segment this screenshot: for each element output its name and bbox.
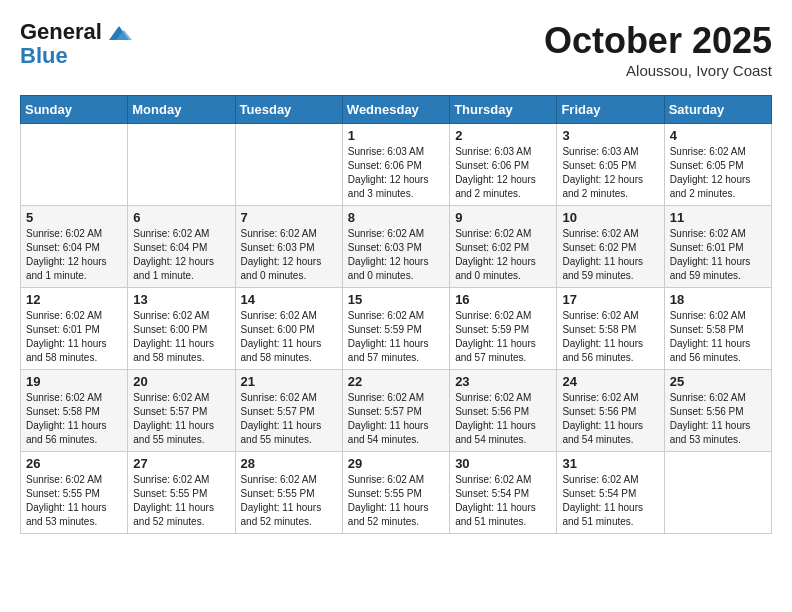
day-number: 29 bbox=[348, 456, 444, 471]
day-number: 16 bbox=[455, 292, 551, 307]
calendar-cell: 17Sunrise: 6:02 AM Sunset: 5:58 PM Dayli… bbox=[557, 288, 664, 370]
day-number: 26 bbox=[26, 456, 122, 471]
day-info: Sunrise: 6:02 AM Sunset: 6:04 PM Dayligh… bbox=[26, 227, 122, 283]
calendar-cell: 7Sunrise: 6:02 AM Sunset: 6:03 PM Daylig… bbox=[235, 206, 342, 288]
day-number: 11 bbox=[670, 210, 766, 225]
day-number: 17 bbox=[562, 292, 658, 307]
calendar-cell: 8Sunrise: 6:02 AM Sunset: 6:03 PM Daylig… bbox=[342, 206, 449, 288]
calendar-cell: 3Sunrise: 6:03 AM Sunset: 6:05 PM Daylig… bbox=[557, 124, 664, 206]
day-info: Sunrise: 6:02 AM Sunset: 5:56 PM Dayligh… bbox=[562, 391, 658, 447]
day-number: 4 bbox=[670, 128, 766, 143]
day-number: 21 bbox=[241, 374, 337, 389]
calendar-cell: 25Sunrise: 6:02 AM Sunset: 5:56 PM Dayli… bbox=[664, 370, 771, 452]
day-info: Sunrise: 6:02 AM Sunset: 5:55 PM Dayligh… bbox=[348, 473, 444, 529]
day-number: 2 bbox=[455, 128, 551, 143]
day-number: 7 bbox=[241, 210, 337, 225]
day-header-wednesday: Wednesday bbox=[342, 96, 449, 124]
day-number: 22 bbox=[348, 374, 444, 389]
day-header-friday: Friday bbox=[557, 96, 664, 124]
day-number: 15 bbox=[348, 292, 444, 307]
day-number: 20 bbox=[133, 374, 229, 389]
calendar-cell: 18Sunrise: 6:02 AM Sunset: 5:58 PM Dayli… bbox=[664, 288, 771, 370]
calendar-table: SundayMondayTuesdayWednesdayThursdayFrid… bbox=[20, 95, 772, 534]
day-info: Sunrise: 6:02 AM Sunset: 6:03 PM Dayligh… bbox=[348, 227, 444, 283]
day-number: 30 bbox=[455, 456, 551, 471]
calendar-week-5: 26Sunrise: 6:02 AM Sunset: 5:55 PM Dayli… bbox=[21, 452, 772, 534]
day-number: 24 bbox=[562, 374, 658, 389]
day-number: 18 bbox=[670, 292, 766, 307]
day-info: Sunrise: 6:02 AM Sunset: 5:57 PM Dayligh… bbox=[241, 391, 337, 447]
day-number: 6 bbox=[133, 210, 229, 225]
calendar-week-2: 5Sunrise: 6:02 AM Sunset: 6:04 PM Daylig… bbox=[21, 206, 772, 288]
calendar-cell: 23Sunrise: 6:02 AM Sunset: 5:56 PM Dayli… bbox=[450, 370, 557, 452]
day-info: Sunrise: 6:02 AM Sunset: 6:05 PM Dayligh… bbox=[670, 145, 766, 201]
day-header-monday: Monday bbox=[128, 96, 235, 124]
day-info: Sunrise: 6:02 AM Sunset: 5:58 PM Dayligh… bbox=[562, 309, 658, 365]
calendar-cell: 1Sunrise: 6:03 AM Sunset: 6:06 PM Daylig… bbox=[342, 124, 449, 206]
calendar-cell: 30Sunrise: 6:02 AM Sunset: 5:54 PM Dayli… bbox=[450, 452, 557, 534]
calendar-cell: 9Sunrise: 6:02 AM Sunset: 6:02 PM Daylig… bbox=[450, 206, 557, 288]
day-number: 9 bbox=[455, 210, 551, 225]
day-info: Sunrise: 6:02 AM Sunset: 5:55 PM Dayligh… bbox=[241, 473, 337, 529]
calendar-week-3: 12Sunrise: 6:02 AM Sunset: 6:01 PM Dayli… bbox=[21, 288, 772, 370]
calendar-cell: 12Sunrise: 6:02 AM Sunset: 6:01 PM Dayli… bbox=[21, 288, 128, 370]
day-number: 1 bbox=[348, 128, 444, 143]
day-number: 23 bbox=[455, 374, 551, 389]
calendar-week-4: 19Sunrise: 6:02 AM Sunset: 5:58 PM Dayli… bbox=[21, 370, 772, 452]
day-number: 5 bbox=[26, 210, 122, 225]
calendar-cell: 27Sunrise: 6:02 AM Sunset: 5:55 PM Dayli… bbox=[128, 452, 235, 534]
calendar-cell: 14Sunrise: 6:02 AM Sunset: 6:00 PM Dayli… bbox=[235, 288, 342, 370]
calendar-week-1: 1Sunrise: 6:03 AM Sunset: 6:06 PM Daylig… bbox=[21, 124, 772, 206]
day-number: 31 bbox=[562, 456, 658, 471]
day-number: 13 bbox=[133, 292, 229, 307]
title-block: October 2025 Aloussou, Ivory Coast bbox=[544, 20, 772, 79]
day-info: Sunrise: 6:02 AM Sunset: 5:57 PM Dayligh… bbox=[133, 391, 229, 447]
calendar-cell: 28Sunrise: 6:02 AM Sunset: 5:55 PM Dayli… bbox=[235, 452, 342, 534]
day-info: Sunrise: 6:02 AM Sunset: 5:58 PM Dayligh… bbox=[670, 309, 766, 365]
day-info: Sunrise: 6:02 AM Sunset: 5:59 PM Dayligh… bbox=[455, 309, 551, 365]
calendar-cell: 19Sunrise: 6:02 AM Sunset: 5:58 PM Dayli… bbox=[21, 370, 128, 452]
day-info: Sunrise: 6:02 AM Sunset: 6:03 PM Dayligh… bbox=[241, 227, 337, 283]
day-number: 8 bbox=[348, 210, 444, 225]
calendar-header-row: SundayMondayTuesdayWednesdayThursdayFrid… bbox=[21, 96, 772, 124]
calendar-cell: 21Sunrise: 6:02 AM Sunset: 5:57 PM Dayli… bbox=[235, 370, 342, 452]
calendar-cell: 15Sunrise: 6:02 AM Sunset: 5:59 PM Dayli… bbox=[342, 288, 449, 370]
day-info: Sunrise: 6:02 AM Sunset: 5:55 PM Dayligh… bbox=[26, 473, 122, 529]
day-header-tuesday: Tuesday bbox=[235, 96, 342, 124]
day-number: 25 bbox=[670, 374, 766, 389]
calendar-cell: 20Sunrise: 6:02 AM Sunset: 5:57 PM Dayli… bbox=[128, 370, 235, 452]
day-number: 27 bbox=[133, 456, 229, 471]
day-number: 19 bbox=[26, 374, 122, 389]
logo-blue: Blue bbox=[20, 44, 134, 68]
calendar-cell: 31Sunrise: 6:02 AM Sunset: 5:54 PM Dayli… bbox=[557, 452, 664, 534]
day-header-thursday: Thursday bbox=[450, 96, 557, 124]
day-header-saturday: Saturday bbox=[664, 96, 771, 124]
month-title: October 2025 bbox=[544, 20, 772, 62]
calendar-cell: 16Sunrise: 6:02 AM Sunset: 5:59 PM Dayli… bbox=[450, 288, 557, 370]
page-header: General Blue October 2025 Aloussou, Ivor… bbox=[20, 20, 772, 79]
day-info: Sunrise: 6:02 AM Sunset: 6:02 PM Dayligh… bbox=[455, 227, 551, 283]
calendar-cell: 29Sunrise: 6:02 AM Sunset: 5:55 PM Dayli… bbox=[342, 452, 449, 534]
logo-icon bbox=[104, 22, 134, 44]
day-info: Sunrise: 6:02 AM Sunset: 5:56 PM Dayligh… bbox=[670, 391, 766, 447]
calendar-cell: 11Sunrise: 6:02 AM Sunset: 6:01 PM Dayli… bbox=[664, 206, 771, 288]
day-info: Sunrise: 6:02 AM Sunset: 5:57 PM Dayligh… bbox=[348, 391, 444, 447]
day-number: 12 bbox=[26, 292, 122, 307]
day-number: 28 bbox=[241, 456, 337, 471]
calendar-cell bbox=[664, 452, 771, 534]
day-info: Sunrise: 6:02 AM Sunset: 5:54 PM Dayligh… bbox=[562, 473, 658, 529]
day-number: 10 bbox=[562, 210, 658, 225]
calendar-cell bbox=[128, 124, 235, 206]
calendar-cell: 24Sunrise: 6:02 AM Sunset: 5:56 PM Dayli… bbox=[557, 370, 664, 452]
logo-text: General bbox=[20, 20, 134, 44]
day-info: Sunrise: 6:02 AM Sunset: 6:00 PM Dayligh… bbox=[133, 309, 229, 365]
calendar-cell bbox=[21, 124, 128, 206]
day-info: Sunrise: 6:02 AM Sunset: 5:58 PM Dayligh… bbox=[26, 391, 122, 447]
day-info: Sunrise: 6:03 AM Sunset: 6:06 PM Dayligh… bbox=[348, 145, 444, 201]
day-number: 3 bbox=[562, 128, 658, 143]
calendar-cell: 26Sunrise: 6:02 AM Sunset: 5:55 PM Dayli… bbox=[21, 452, 128, 534]
calendar-cell: 13Sunrise: 6:02 AM Sunset: 6:00 PM Dayli… bbox=[128, 288, 235, 370]
logo: General Blue bbox=[20, 20, 134, 68]
day-info: Sunrise: 6:02 AM Sunset: 5:56 PM Dayligh… bbox=[455, 391, 551, 447]
day-info: Sunrise: 6:02 AM Sunset: 6:00 PM Dayligh… bbox=[241, 309, 337, 365]
